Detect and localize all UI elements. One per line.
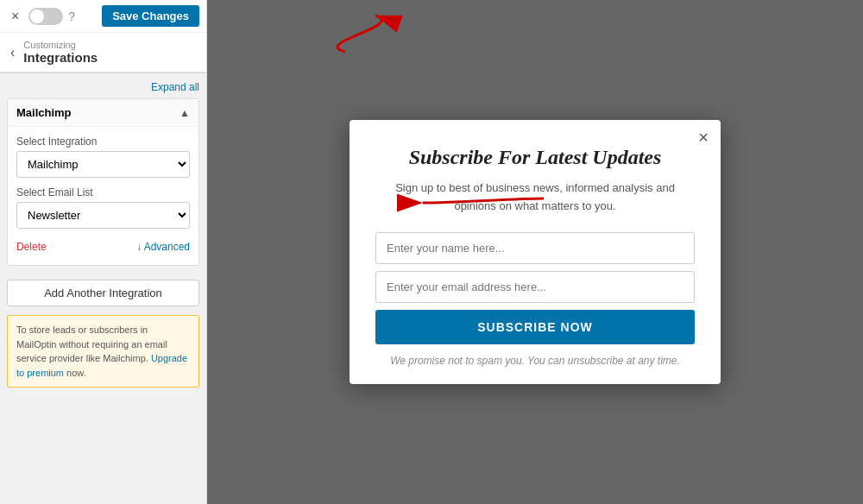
delete-link[interactable]: Delete: [16, 241, 47, 253]
toggle-switch[interactable]: [28, 8, 63, 25]
save-changes-button[interactable]: Save Changes: [102, 5, 199, 27]
modal-close-button[interactable]: ×: [698, 129, 709, 146]
arrow-save-changes: [207, 0, 466, 86]
add-integration-button[interactable]: Add Another Integration: [7, 280, 199, 306]
main-area: × Subscribe For Latest Updates Sign up t…: [207, 0, 863, 504]
back-button[interactable]: ‹: [10, 45, 15, 60]
chevron-up-icon: ▲: [180, 107, 190, 119]
integration-title: Mailchimp: [16, 106, 72, 119]
integration-header[interactable]: Mailchimp ▲: [8, 99, 198, 127]
note-text: To store leads or subscribers in MailOpt…: [16, 324, 167, 363]
name-input[interactable]: [375, 232, 695, 264]
sidebar-nav: ‹ Customizing Integrations: [0, 33, 206, 72]
toggle-slider: [28, 8, 63, 25]
email-input[interactable]: [375, 271, 695, 303]
modal-disclaimer: We promise not to spam you. You can unsu…: [375, 355, 695, 367]
select-integration-label: Select Integration: [16, 135, 190, 148]
advanced-link[interactable]: Advanced: [136, 241, 190, 253]
close-button[interactable]: ×: [7, 8, 23, 25]
note-suffix: now.: [64, 368, 86, 378]
expand-all-link[interactable]: Expand all: [151, 81, 199, 93]
nav-text: Customizing Integrations: [23, 40, 98, 65]
modal: × Subscribe For Latest Updates Sign up t…: [350, 120, 721, 385]
customizing-label: Customizing: [23, 40, 98, 50]
select-integration-dropdown[interactable]: Mailchimp: [16, 151, 190, 178]
expand-all-row: Expand all: [7, 80, 199, 93]
integration-section: Mailchimp ▲ Select Integration Mailchimp…: [7, 98, 199, 266]
modal-subtitle: Sign up to best of business news, inform…: [375, 180, 695, 216]
page-title: Integrations: [23, 50, 98, 65]
help-icon[interactable]: ?: [68, 9, 75, 23]
sidebar-content: Expand all Mailchimp ▲ Select Integratio…: [0, 73, 206, 504]
integration-body: Select Integration Mailchimp Select Emai…: [8, 127, 198, 265]
select-email-list-label: Select Email List: [16, 186, 190, 198]
subscribe-button[interactable]: SUBSCRIBE NOW: [375, 310, 695, 344]
top-bar: × ? Save Changes: [0, 0, 206, 33]
modal-title: Subscribe For Latest Updates: [375, 146, 695, 169]
sidebar-header: × ? Save Changes ‹ Customizing Integrati…: [0, 0, 206, 73]
integration-footer: Delete Advanced: [16, 237, 190, 256]
sidebar-note: To store leads or subscribers in MailOpt…: [7, 315, 199, 387]
sidebar: × ? Save Changes ‹ Customizing Integrati…: [0, 0, 207, 504]
select-email-list-dropdown[interactable]: Newsletter: [16, 202, 190, 229]
